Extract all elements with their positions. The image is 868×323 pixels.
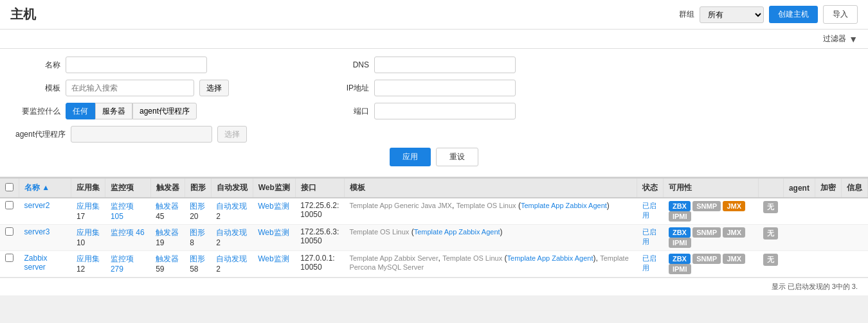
trigger-link[interactable]: 触发器: [156, 201, 179, 212]
host-name-link[interactable]: Zabbix server: [24, 254, 48, 272]
badge-jmx[interactable]: JMX: [723, 227, 745, 238]
monitor-link[interactable]: 监控项 279: [111, 254, 145, 274]
badge-ipmi[interactable]: IPMI: [669, 211, 691, 222]
import-button[interactable]: 导入: [823, 5, 858, 24]
row-name: Zabbix server: [19, 251, 71, 277]
row-template: Template App Generic Java JMX, Template …: [344, 198, 637, 225]
row-monitor: 监控项 105: [105, 198, 150, 225]
trigger-count: 45: [156, 212, 179, 221]
ip-input[interactable]: [374, 80, 516, 96]
row-trigger: 触发器19: [150, 225, 185, 251]
web-link[interactable]: Web监测: [258, 202, 289, 211]
auto-link[interactable]: 自动发现: [216, 254, 248, 265]
port-label: 端口: [324, 106, 369, 117]
trigger-count: 59: [156, 265, 179, 274]
tpl-link3[interactable]: Template App Zabbix Agent: [507, 254, 593, 262]
filter-bar: 过滤器 ▼: [0, 30, 868, 49]
monitor-server-button[interactable]: 服务器: [95, 103, 132, 119]
host-name-link[interactable]: server3: [24, 227, 50, 236]
th-web: Web监测: [253, 179, 295, 198]
tpl-link2[interactable]: Template OS Linux: [457, 202, 516, 209]
monitor-agent-button[interactable]: agent代理程序: [132, 103, 197, 119]
monitor-any-button[interactable]: 任何: [66, 103, 95, 119]
row-none: 无: [758, 251, 783, 277]
row-auto: 自动发现2: [211, 198, 253, 225]
row-checkbox[interactable]: [5, 201, 14, 209]
auto-link[interactable]: 自动发现: [216, 201, 248, 212]
badge-jmx[interactable]: JMX: [723, 254, 745, 264]
web-link[interactable]: Web监测: [258, 228, 289, 237]
monitor-link[interactable]: 监控项 46: [111, 227, 145, 238]
tpl-link2[interactable]: Template App Zabbix Agent: [414, 228, 500, 236]
badge-zbx[interactable]: ZBX: [669, 201, 691, 211]
graph-count: 20: [190, 212, 206, 221]
name-label: 名称: [15, 60, 60, 71]
graph-link[interactable]: 图形: [190, 254, 206, 265]
footer-bar: 显示 已启动发现的 3中的 3.: [0, 277, 868, 295]
badge-ipmi[interactable]: IPMI: [669, 238, 691, 248]
row-graph: 图形20: [185, 198, 211, 225]
filter-toggle[interactable]: 过滤器 ▼: [823, 33, 858, 44]
interface-value: 172.25.6.2:10050: [300, 201, 339, 219]
tpl-link[interactable]: Template App Zabbix Server: [349, 254, 438, 262]
create-host-button[interactable]: 创建主机: [769, 6, 818, 23]
page-title: 主机: [10, 6, 36, 23]
host-name-link[interactable]: server2: [24, 201, 50, 210]
apply-button[interactable]: 应用: [390, 148, 431, 166]
select-all-checkbox[interactable]: [5, 183, 14, 191]
template-label: 模板: [15, 83, 60, 94]
th-template: 模板: [344, 179, 637, 198]
row-checkbox[interactable]: [5, 254, 14, 262]
name-field-row: 名称: [15, 57, 247, 73]
template-search-input[interactable]: [66, 80, 194, 96]
tpl-link[interactable]: Template App Generic Java JMX: [349, 202, 452, 209]
agent-search-input[interactable]: [71, 126, 212, 143]
trigger-link[interactable]: 触发器: [156, 254, 179, 265]
filter-icon: ▼: [849, 34, 858, 44]
appset-count: 10: [77, 238, 100, 247]
graph-link[interactable]: 图形: [190, 227, 206, 238]
reset-button[interactable]: 重设: [436, 148, 478, 166]
agent-label: agent代理程序: [15, 129, 66, 140]
status-value: 已启用: [642, 254, 656, 272]
filter-panel: 名称 模板 选择 要监控什么 任何 服务器 agent代理程序 agent代理程…: [0, 49, 868, 177]
badge-jmx[interactable]: JMX: [723, 201, 745, 211]
th-check: [0, 179, 19, 198]
tpl-link[interactable]: Template OS Linux: [349, 228, 409, 236]
badge-zbx[interactable]: ZBX: [669, 254, 691, 264]
group-label: 群组: [679, 9, 694, 20]
trigger-count: 19: [156, 238, 179, 247]
name-input[interactable]: [66, 57, 207, 73]
trigger-link[interactable]: 触发器: [156, 227, 179, 238]
monitor-label: 要监控什么: [15, 106, 60, 117]
table-body: server2 应用集17 监控项 105 触发器45 图形20 自动发现2 W…: [0, 198, 868, 277]
th-name[interactable]: 名称 ▲: [19, 179, 71, 198]
dns-input[interactable]: [374, 57, 516, 73]
auto-link[interactable]: 自动发现: [216, 227, 248, 238]
row-none: 无: [758, 198, 783, 225]
badge-snmp[interactable]: SNMP: [692, 254, 721, 264]
badge-ipmi[interactable]: IPMI: [669, 264, 691, 274]
appset-link[interactable]: 应用集: [77, 227, 100, 238]
row-check: [0, 251, 19, 277]
badge-zbx[interactable]: ZBX: [669, 227, 691, 238]
tpl-link2[interactable]: Template OS Linux: [442, 254, 502, 262]
monitor-link[interactable]: 监控项 105: [111, 201, 145, 221]
row-name: server3: [19, 225, 71, 251]
appset-link[interactable]: 应用集: [77, 201, 100, 212]
row-checkbox[interactable]: [5, 227, 14, 236]
appset-link[interactable]: 应用集: [77, 254, 100, 265]
template-select-button[interactable]: 选择: [199, 80, 229, 96]
th-empty: [758, 179, 783, 198]
filter-actions: 应用 重设: [15, 148, 853, 166]
badge-snmp[interactable]: SNMP: [692, 227, 721, 238]
row-appset: 应用集17: [71, 198, 105, 225]
web-link[interactable]: Web监测: [258, 254, 289, 263]
group-select[interactable]: 所有: [700, 6, 764, 23]
port-input[interactable]: [374, 103, 516, 119]
tpl-link3[interactable]: Template App Zabbix Agent: [521, 202, 607, 209]
th-appset: 应用集: [71, 179, 105, 198]
badge-snmp[interactable]: SNMP: [692, 201, 721, 211]
template-text: Template OS Linux (Template App Zabbix A…: [349, 227, 502, 236]
graph-link[interactable]: 图形: [190, 201, 206, 212]
